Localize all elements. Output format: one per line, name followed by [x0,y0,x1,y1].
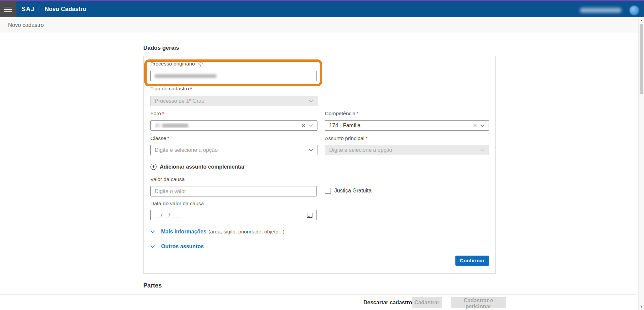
classe-placeholder: Digite e selecione a opção [155,147,305,153]
descartar-cadastro-button[interactable]: Descartar cadastro [363,295,412,310]
vertical-scrollbar[interactable]: ▲ ▼ [638,17,644,310]
hamburger-icon [0,1,16,17]
section-title-partes: Partes [143,282,162,289]
clear-icon[interactable] [302,124,305,127]
classe-label: Classe* [150,135,169,141]
footer-action-bar: Descartar cadastro Cadastrar Cadastrar e… [0,294,644,310]
justica-gratuita-label: Justiça Gratuita [334,188,371,194]
foro-label: Foro* [150,110,164,117]
hamburger-menu-button[interactable] [0,1,16,17]
competencia-value: 174 - Família [329,123,470,129]
user-name-masked[interactable] [580,8,622,13]
valor-da-causa-label: Valor da causa [150,176,185,182]
processo-originario-masked-value [155,74,216,78]
foro-select[interactable] [150,120,317,131]
chevron-down-icon [309,100,313,102]
date-mask-value: __/__/____ [155,212,304,218]
user-avatar[interactable] [630,6,639,15]
confirmar-button[interactable]: Confirmar [455,256,489,266]
scrollbar-thumb[interactable] [640,24,643,94]
section-title-dados-gerais: Dados gerais [143,45,179,51]
competencia-label: Competência* [325,110,358,117]
assunto-principal-placeholder: Digite e selecione a opção [329,147,477,153]
classe-select[interactable]: Digite e selecione a opção [150,145,317,155]
chevron-down-icon[interactable] [309,149,313,151]
mais-informacoes-hint: (área, sigilo, prioridade, objeto...) [208,229,285,235]
chevron-down-icon [480,149,485,151]
assunto-principal-label: Assunto principal* [325,135,367,141]
justica-gratuita-checkbox-row[interactable]: Justiça Gratuita [325,188,371,194]
data-valor-causa-label: Data do valor da causa [150,201,204,207]
screen: SAJ Novo Cadastro Novo cadastro Dados ge… [0,0,644,310]
breadcrumb: Novo cadastro [0,17,638,33]
tipo-cadastro-label: Tipo de cadastro* [150,86,192,92]
checkbox-icon[interactable] [325,188,331,194]
competencia-select[interactable]: 174 - Família [325,120,489,131]
help-icon[interactable]: ? [198,62,203,68]
chevron-down-icon [150,230,155,233]
scroll-up-icon[interactable]: ▲ [639,18,644,23]
chevron-down-icon[interactable] [309,124,313,127]
clear-icon[interactable] [473,124,477,127]
processo-originario-input[interactable] [150,71,317,81]
mais-informacoes-expander[interactable]: Mais informações (área, sigilo, priorida… [150,229,285,235]
cadastrar-button[interactable]: Cadastrar [412,297,442,308]
breadcrumb-text: Novo cadastro [8,22,44,28]
plus-circle-icon [150,164,157,170]
calendar-icon[interactable] [307,213,312,218]
assunto-principal-select: Digite e selecione a opção [325,145,489,155]
outros-assuntos-expander[interactable]: Outros assuntos [150,243,204,250]
data-valor-causa-input[interactable]: __/__/____ [150,210,317,220]
brand-separator [39,6,39,13]
adicionar-assunto-complementar-link[interactable]: Adicionar assunto complementar [150,164,245,170]
app-logo[interactable]: SAJ [21,1,35,17]
cadastrar-e-peticionar-button[interactable]: Cadastrar e peticionar [451,297,506,308]
top-navigation-bar: SAJ Novo Cadastro [0,1,644,17]
scroll-down-icon[interactable]: ▼ [639,304,644,309]
chevron-down-icon [150,245,155,248]
processo-originario-label: Processo originário? [150,61,203,68]
topbar-page-title: Novo Cadastro [45,1,86,17]
dados-gerais-card: Processo originário? Tipo de cadastro* P… [143,56,496,274]
foro-masked-value [155,123,298,128]
tipo-cadastro-select: Processo de 1º Grau [150,96,317,106]
chevron-down-icon[interactable] [480,124,485,127]
valor-da-causa-input[interactable] [150,186,317,196]
